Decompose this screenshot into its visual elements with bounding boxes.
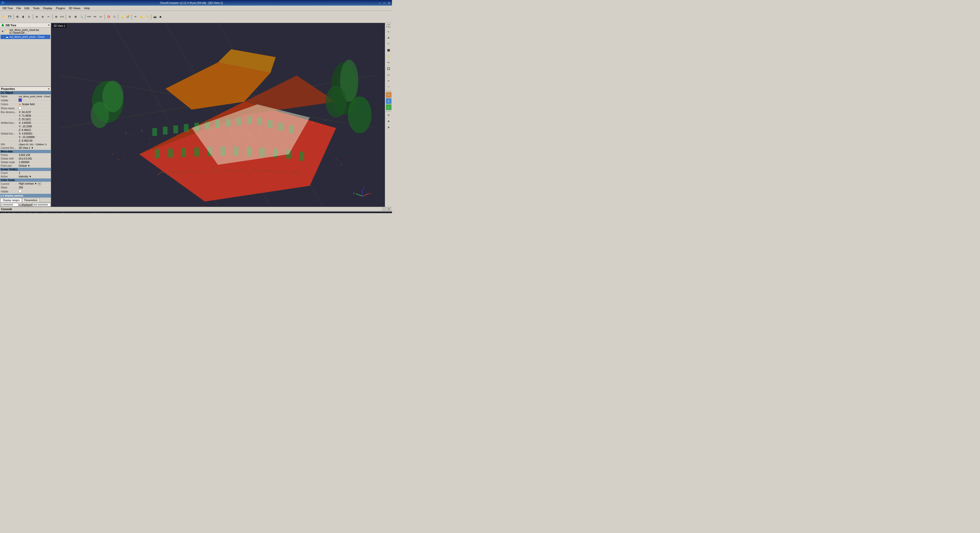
svg-point-73 [123,156,124,157]
prop-row-sf-active: Active Intensity ▼ [0,175,51,178]
rt-meas-button[interactable]: 📏 [386,54,391,59]
add-button[interactable]: ➕ [14,14,20,20]
svg-rect-42 [155,149,160,158]
toolbar-sep-7 [118,14,118,19]
perspective-button[interactable]: 🎯 [106,14,111,20]
menu-help[interactable]: Help [83,6,91,10]
color-ramp-button[interactable]: 🌈 [125,14,130,20]
console-minimize[interactable]: ─ [382,208,386,211]
range-spin-up[interactable]: ▲ [19,204,21,206]
svg-rect-29 [163,127,168,135]
svg-point-79 [244,132,245,132]
console-close[interactable]: ✕ [387,208,391,211]
subsample-button[interactable]: ⊗ [40,14,45,20]
icp-button[interactable]: ⊞ [53,14,59,20]
showname-checkbox[interactable] [19,107,22,110]
top-view-button[interactable]: TOP [86,14,92,20]
menu-3dviews[interactable]: 3D Views [67,6,82,10]
rt-crop2d-button[interactable]: ⬛ [386,48,391,53]
minimize-button[interactable]: ─ [378,1,382,5]
restore-button[interactable]: □ [382,1,387,5]
rt-segment-button[interactable]: ✂ [386,78,391,84]
tree-expand-icon: ▼ [2,30,4,33]
tree-item-cloud[interactable]: ☁ out_demo_point_cloud - Cloud [0,35,50,39]
prop-row-boxdim: Box dimens... X: 94.4197 [0,111,51,114]
cs-edit-button[interactable]: ✏ [38,183,41,185]
svg-point-68 [312,122,313,123]
segment-button[interactable]: ✏ [133,14,138,20]
window-controls: ─ □ ✕ [378,1,391,5]
lights-button[interactable]: 💡 [119,14,125,20]
range-max-input[interactable] [33,203,51,207]
open-button[interactable]: 📂 [1,14,6,20]
menu-display[interactable]: Display [41,6,54,10]
prop-row-shifted-y: Y: -15.3399 [0,125,51,129]
rt-plane-button[interactable]: ▭ [386,72,391,78]
menu-file[interactable]: File [15,6,22,10]
rt-annot-button[interactable]: ✏ [386,60,391,65]
measure-angle-button[interactable]: 📏 [145,14,150,20]
measure-dist-button[interactable]: 📐 [138,14,144,20]
rt-d-button[interactable]: ⊙ [386,112,391,118]
rt-c-button[interactable]: C [386,104,391,110]
display-params-toggle[interactable]: ▸ [1,194,2,197]
screenshot-button[interactable]: 📸 [152,14,158,20]
svg-point-76 [346,156,347,157]
prop-row-global-shift: Global shift (0,0,0,0.00) [0,157,51,161]
prop-section-colorscale: Color Scale [0,178,51,182]
menu-dbtree[interactable]: DB Tree [1,6,14,10]
clone-button[interactable]: ⎘ [26,14,32,20]
svg-text:Z: Z [363,187,364,189]
cs-visible-checkbox[interactable] [19,190,22,193]
rt-b-button[interactable]: B [386,98,391,104]
active-dropdown-arrow: ▼ [29,175,32,178]
zoom-fit-button[interactable]: ⊟ [67,14,73,20]
tab-display-ranges[interactable]: Display ranges [0,198,22,202]
menu-edit[interactable]: Edit [23,6,31,10]
rt-a-button[interactable]: A [386,92,391,98]
pick-button[interactable]: 🔍 [79,14,84,20]
colors-icon: 🎨 [19,103,21,106]
left-view-button[interactable]: LF [98,14,103,20]
menu-plugins[interactable]: Plugins [54,6,67,10]
svg-point-64 [126,133,127,134]
merge-button[interactable]: ⊕ [34,14,40,20]
delete-button[interactable]: 🗑 [21,14,26,20]
tree-item-root[interactable]: ▼ 📁 out_demo_point_cloud.laz (C:/data/lc… [0,28,50,35]
rt-select-button[interactable]: ↖ [386,29,391,35]
rt-sep-2 [386,111,391,111]
db-tree-close[interactable]: ✕ [48,24,50,27]
main-area: 🌲 DB Tree ✕ ▼ 📁 out_demo_point_cloud.laz… [0,23,392,207]
window-title: CloudCompare v2.12.4 (Kyiv) [64-bit] : [… [5,1,378,4]
menu-tools[interactable]: Tools [32,6,41,10]
rt-e-button[interactable]: ⊕ [386,118,391,124]
rt-view1-button[interactable]: 👁 [386,35,391,41]
save-button[interactable]: 💾 [7,14,13,20]
toolbar-sep-4 [65,14,66,19]
properties-close[interactable]: ✕ [48,88,50,91]
svg-text:X: X [370,193,371,195]
svg-point-69 [320,125,321,126]
rt-filter-button[interactable]: 🔲 [386,66,391,72]
prop-row-current-display: Current Dis... 3D View 1 ▼ [0,146,51,150]
rt-trace-button[interactable]: 〰 [386,84,391,90]
console-panel: [16:29:21] [LAS] All 'Classification' va… [0,212,392,213]
range-min-input[interactable] [0,203,18,207]
global-zoom-button[interactable]: ⊠ [73,14,78,20]
cs-dropdown-arrow: ▼ [35,182,37,185]
svg-rect-31 [184,124,189,132]
display-dropdown-arrow: ▼ [31,146,34,150]
svg-point-74 [336,159,337,160]
front-view-button[interactable]: FR [92,14,98,20]
close-button[interactable]: ✕ [387,1,391,5]
rt-f-button[interactable]: ⊗ [386,124,391,130]
crop-button[interactable]: ✂ [46,14,51,20]
rt-view2-button[interactable]: 🔭 [386,41,391,47]
tab-parameters[interactable]: Parameters [22,198,40,202]
animation-button[interactable]: ▶ [158,14,164,20]
prop-row-cs-visible: Visible [0,189,51,194]
ortho-button[interactable]: ⬡ [111,14,117,20]
viewport[interactable]: 3D View 1 [51,23,385,207]
toolbar-sep-3 [52,14,52,19]
c2c-button[interactable]: C2C [59,14,65,20]
